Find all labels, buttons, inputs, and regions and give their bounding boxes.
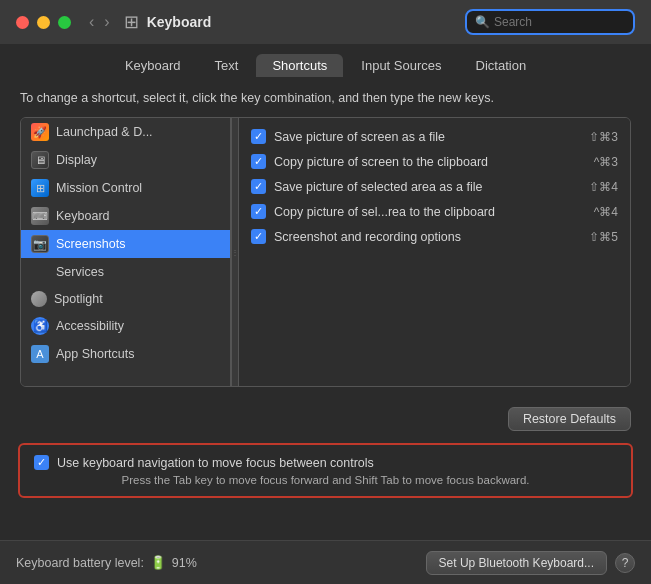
- pane-container: 🚀 Launchpad & D... 🖥 Display ⊞ Mission C…: [20, 117, 631, 387]
- tab-dictation[interactable]: Dictation: [460, 54, 543, 77]
- display-icon: 🖥: [31, 151, 49, 169]
- search-box[interactable]: 🔍: [465, 9, 635, 35]
- accessibility-icon: ♿: [31, 317, 49, 335]
- sidebar-label-mission: Mission Control: [56, 181, 142, 195]
- checkbox-1[interactable]: ✓: [251, 154, 266, 169]
- checkbox-3[interactable]: ✓: [251, 204, 266, 219]
- shortcut-row-1[interactable]: ✓ Copy picture of screen to the clipboar…: [239, 149, 630, 174]
- shortcut-label-2: Save picture of selected area as a file: [274, 180, 581, 194]
- maximize-button[interactable]: [58, 16, 71, 29]
- minimize-button[interactable]: [37, 16, 50, 29]
- keyboard-nav-hint: Press the Tab key to move focus forward …: [34, 474, 617, 486]
- help-button[interactable]: ?: [615, 553, 635, 573]
- sidebar-item-services[interactable]: Services: [21, 258, 230, 286]
- sidebar-label-display: Display: [56, 153, 97, 167]
- shortcut-keys-0: ⇧⌘3: [589, 130, 618, 144]
- search-icon: 🔍: [475, 15, 490, 29]
- sidebar-item-launchpad[interactable]: 🚀 Launchpad & D...: [21, 118, 230, 146]
- tabs-bar: Keyboard Text Shortcuts Input Sources Di…: [0, 44, 651, 77]
- sidebar-item-keyboard[interactable]: ⌨ Keyboard: [21, 202, 230, 230]
- bottom-bar: Keyboard battery level: 🔋 91% Set Up Blu…: [0, 540, 651, 584]
- shortcuts-panel: ✓ Save picture of screen as a file ⇧⌘3 ✓…: [239, 118, 630, 386]
- sidebar-item-screenshots[interactable]: 📷 Screenshots: [21, 230, 230, 258]
- tab-shortcuts[interactable]: Shortcuts: [256, 54, 343, 77]
- titlebar: ‹ › ⊞ Keyboard 🔍: [0, 0, 651, 44]
- screenshots-icon: 📷: [31, 235, 49, 253]
- shortcut-keys-3: ^⌘4: [594, 205, 618, 219]
- mission-icon: ⊞: [31, 179, 49, 197]
- sidebar-item-app-shortcuts[interactable]: A App Shortcuts: [21, 340, 230, 368]
- keyboard-nav-checkbox[interactable]: ✓: [34, 455, 49, 470]
- window-title: Keyboard: [147, 14, 212, 30]
- bluetooth-setup-button[interactable]: Set Up Bluetooth Keyboard...: [426, 551, 607, 575]
- tab-input-sources[interactable]: Input Sources: [345, 54, 457, 77]
- shortcut-row-0[interactable]: ✓ Save picture of screen as a file ⇧⌘3: [239, 124, 630, 149]
- keyboard-icon: ⌨: [31, 207, 49, 225]
- keyboard-nav-label: Use keyboard navigation to move focus be…: [57, 456, 374, 470]
- restore-row: Restore Defaults: [0, 397, 651, 439]
- shortcut-label-1: Copy picture of screen to the clipboard: [274, 155, 586, 169]
- sidebar-item-accessibility[interactable]: ♿ Accessibility: [21, 312, 230, 340]
- battery-info: Keyboard battery level: 🔋 91%: [16, 555, 197, 570]
- shortcut-keys-2: ⇧⌘4: [589, 180, 618, 194]
- traffic-lights: [16, 16, 71, 29]
- sidebar: 🚀 Launchpad & D... 🖥 Display ⊞ Mission C…: [21, 118, 231, 386]
- bottom-right: Set Up Bluetooth Keyboard... ?: [426, 551, 635, 575]
- sidebar-label-screenshots: Screenshots: [56, 237, 125, 251]
- sidebar-label-keyboard: Keyboard: [56, 209, 110, 223]
- battery-percent: 91%: [172, 556, 197, 570]
- shortcut-label-4: Screenshot and recording options: [274, 230, 581, 244]
- app-shortcuts-icon: A: [31, 345, 49, 363]
- tab-keyboard[interactable]: Keyboard: [109, 54, 197, 77]
- services-icon: [31, 263, 49, 281]
- battery-icon: 🔋: [150, 555, 166, 570]
- sidebar-item-spotlight[interactable]: Spotlight: [21, 286, 230, 312]
- forward-button[interactable]: ›: [102, 14, 111, 30]
- tab-text[interactable]: Text: [199, 54, 255, 77]
- shortcut-row-3[interactable]: ✓ Copy picture of sel...rea to the clipb…: [239, 199, 630, 224]
- restore-defaults-button[interactable]: Restore Defaults: [508, 407, 631, 431]
- sidebar-label-spotlight: Spotlight: [54, 292, 103, 306]
- instruction-text: To change a shortcut, select it, click t…: [20, 91, 631, 105]
- sidebar-label-accessibility: Accessibility: [56, 319, 124, 333]
- battery-label: Keyboard battery level:: [16, 556, 144, 570]
- sidebar-item-mission-control[interactable]: ⊞ Mission Control: [21, 174, 230, 202]
- grid-icon: ⊞: [124, 11, 139, 33]
- back-button[interactable]: ‹: [87, 14, 96, 30]
- sidebar-item-display[interactable]: 🖥 Display: [21, 146, 230, 174]
- checkbox-2[interactable]: ✓: [251, 179, 266, 194]
- keyboard-nav-row: ✓ Use keyboard navigation to move focus …: [34, 455, 617, 470]
- checkbox-0[interactable]: ✓: [251, 129, 266, 144]
- sidebar-label-app-shortcuts: App Shortcuts: [56, 347, 135, 361]
- sidebar-label-launchpad: Launchpad & D...: [56, 125, 153, 139]
- shortcut-row-2[interactable]: ✓ Save picture of selected area as a fil…: [239, 174, 630, 199]
- nav-arrows: ‹ ›: [87, 14, 112, 30]
- checkbox-4[interactable]: ✓: [251, 229, 266, 244]
- shortcut-label-3: Copy picture of sel...rea to the clipboa…: [274, 205, 586, 219]
- main-content: To change a shortcut, select it, click t…: [0, 77, 651, 397]
- shortcut-row-4[interactable]: ✓ Screenshot and recording options ⇧⌘5: [239, 224, 630, 249]
- launchpad-icon: 🚀: [31, 123, 49, 141]
- keyboard-nav-section: ✓ Use keyboard navigation to move focus …: [18, 443, 633, 498]
- close-button[interactable]: [16, 16, 29, 29]
- shortcut-label-0: Save picture of screen as a file: [274, 130, 581, 144]
- shortcut-keys-1: ^⌘3: [594, 155, 618, 169]
- sidebar-label-services: Services: [56, 265, 104, 279]
- shortcut-keys-4: ⇧⌘5: [589, 230, 618, 244]
- search-input[interactable]: [494, 15, 625, 29]
- spotlight-icon: [31, 291, 47, 307]
- pane-resizer[interactable]: ⋮: [231, 118, 239, 386]
